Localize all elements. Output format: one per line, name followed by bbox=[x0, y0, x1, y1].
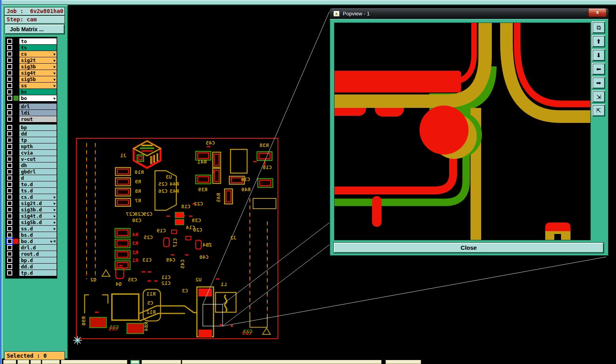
layer-row-ldi[interactable]: ldi bbox=[6, 109, 57, 116]
layer-checkbox[interactable] bbox=[7, 110, 12, 115]
layer-checkbox[interactable] bbox=[7, 188, 12, 193]
layer-row-sig2t[interactable]: sig2t▲ bbox=[6, 57, 57, 63]
layer-checkbox[interactable] bbox=[7, 150, 12, 155]
layer-row-cvia[interactable]: cvia bbox=[6, 149, 57, 156]
layer-checkbox[interactable] bbox=[7, 138, 12, 143]
layer-row-ts.d[interactable]: ts.d bbox=[6, 187, 57, 194]
window-close-button[interactable]: x bbox=[588, 9, 607, 17]
layer-checkbox[interactable] bbox=[7, 64, 12, 69]
pan-up-button[interactable]: ⬆ bbox=[592, 35, 605, 47]
layer-label[interactable]: cs.d▲ bbox=[19, 194, 57, 200]
layer-label[interactable]: sig5b.d▲ bbox=[19, 219, 57, 225]
layer-label[interactable]: sig2t.d▲ bbox=[19, 200, 57, 206]
layer-row-gbdrl[interactable]: gbdrl bbox=[6, 168, 57, 175]
layer-label[interactable]: bp.d bbox=[19, 257, 57, 263]
layer-row-drl[interactable]: drl bbox=[6, 103, 57, 109]
layer-checkbox[interactable] bbox=[7, 264, 12, 269]
layer-label[interactable]: sig4t.d▲ bbox=[19, 213, 57, 219]
layer-checkbox[interactable] bbox=[7, 169, 12, 174]
layer-label[interactable]: rout.d bbox=[19, 251, 57, 257]
layer-label[interactable]: ts bbox=[19, 45, 57, 51]
layer-label[interactable]: ts.d bbox=[19, 188, 57, 194]
layer-row-bp.d[interactable]: bp.d bbox=[6, 257, 57, 263]
layer-row-drl.d[interactable]: drl.d bbox=[6, 244, 57, 251]
layer-row-sig4t[interactable]: sig4t▲ bbox=[6, 70, 57, 76]
layer-row-ss.d[interactable]: ss.d▲ bbox=[6, 225, 57, 232]
layer-label[interactable]: npth bbox=[19, 143, 57, 149]
job-matrix-button[interactable]: Job Matrix ... bbox=[5, 25, 64, 34]
layer-label[interactable]: sig2t▲ bbox=[19, 57, 57, 63]
layer-checkbox[interactable] bbox=[7, 207, 12, 212]
layer-row-to.d[interactable]: to.d bbox=[6, 181, 57, 187]
pan-left-button[interactable]: ⬅ bbox=[592, 63, 605, 75]
layer-checkbox[interactable] bbox=[7, 70, 12, 75]
layer-row-sig3b.d[interactable]: sig3b.d▲ bbox=[6, 206, 57, 213]
layer-label[interactable]: gbdrl bbox=[19, 169, 57, 175]
layer-label[interactable]: dd.d bbox=[19, 264, 57, 270]
layer-label[interactable]: tp.d bbox=[19, 270, 57, 276]
bottom-toolbar-button[interactable] bbox=[3, 360, 16, 364]
layer-checkbox[interactable] bbox=[7, 220, 12, 225]
layer-label[interactable]: ss▲ bbox=[19, 83, 57, 89]
layer-checkbox[interactable] bbox=[7, 51, 12, 57]
layer-label[interactable]: sig5b▲ bbox=[19, 76, 57, 82]
layer-row-tp[interactable]: tp bbox=[6, 137, 57, 143]
layer-label[interactable]: tp bbox=[19, 137, 57, 143]
layer-row-rout[interactable]: rout bbox=[6, 116, 57, 122]
layer-row-ss[interactable]: ss▲ bbox=[6, 82, 57, 89]
new-view-button[interactable]: ⧉ bbox=[592, 21, 605, 34]
zoom-out-button[interactable]: ⇲ bbox=[592, 91, 605, 103]
layer-row-dd.d[interactable]: dd.d bbox=[6, 263, 57, 270]
pan-right-button[interactable]: ➡ bbox=[592, 77, 605, 89]
layer-row-bs[interactable]: bs bbox=[6, 89, 57, 95]
layer-row-bp[interactable]: bp bbox=[6, 124, 57, 130]
layer-checkbox[interactable] bbox=[7, 157, 12, 162]
popview-titlebar[interactable]: x Popview - 1 x bbox=[329, 8, 609, 19]
layer-checkbox[interactable] bbox=[7, 58, 12, 63]
layer-row-to[interactable]: to bbox=[6, 38, 57, 44]
layer-checkbox[interactable] bbox=[7, 251, 12, 256]
pan-down-button[interactable]: ⬇ bbox=[592, 49, 605, 61]
bottom-toolbar-button[interactable] bbox=[130, 360, 140, 364]
layer-checkbox[interactable] bbox=[7, 270, 12, 275]
layer-row-sig2t.d[interactable]: sig2t.d▲ bbox=[6, 200, 57, 206]
layer-label[interactable]: sig4t▲ bbox=[19, 70, 57, 76]
layer-checkbox[interactable] bbox=[7, 89, 12, 94]
layer-label[interactable]: d bbox=[19, 175, 57, 181]
layer-row-sig4t.d[interactable]: sig4t.d▲ bbox=[6, 213, 57, 219]
layer-label[interactable]: bp bbox=[19, 124, 57, 130]
layer-row-tp.d[interactable]: tp.d bbox=[6, 270, 57, 276]
layer-checkbox[interactable] bbox=[7, 194, 12, 200]
layer-label[interactable]: drl bbox=[19, 104, 57, 109]
layer-row-dh[interactable]: dh bbox=[6, 162, 57, 168]
layer-label[interactable]: ldi bbox=[19, 110, 57, 116]
layer-label[interactable]: sig3b▲ bbox=[19, 64, 57, 70]
layer-row-sig3b[interactable]: sig3b▲ bbox=[6, 63, 57, 70]
layer-row-d[interactable]: d bbox=[6, 175, 57, 181]
layer-label[interactable]: dh bbox=[19, 162, 57, 168]
layer-checkbox[interactable] bbox=[7, 213, 12, 219]
layer-row-npth[interactable]: npth bbox=[6, 143, 57, 149]
layer-checkbox[interactable] bbox=[7, 45, 12, 50]
layer-checkbox[interactable] bbox=[7, 83, 12, 88]
layer-row-bs.d[interactable]: bs.d bbox=[6, 232, 57, 238]
layer-row-ts[interactable]: ts bbox=[6, 44, 57, 51]
bottom-toolbar-button[interactable] bbox=[17, 360, 29, 364]
layer-checkbox[interactable] bbox=[7, 182, 12, 187]
layer-label[interactable]: bs bbox=[19, 89, 57, 95]
layer-label[interactable]: cs▲ bbox=[19, 51, 57, 57]
zoom-in-button[interactable]: ⇱ bbox=[592, 104, 605, 117]
layer-checkbox[interactable] bbox=[7, 239, 12, 244]
layer-row-dd[interactable]: dd bbox=[6, 130, 57, 137]
close-button[interactable]: Close bbox=[334, 243, 604, 253]
layer-checkbox[interactable] bbox=[7, 144, 12, 149]
bottom-toolbar-button[interactable] bbox=[30, 360, 41, 364]
layer-label[interactable]: v-cut bbox=[19, 156, 57, 162]
layer-checkbox[interactable] bbox=[7, 258, 12, 263]
layer-label[interactable]: bo.d▲⊞ bbox=[19, 238, 57, 244]
layer-checkbox[interactable] bbox=[7, 175, 12, 181]
layer-row-cs[interactable]: cs▲ bbox=[6, 51, 57, 57]
bottom-toolbar-button[interactable] bbox=[42, 360, 60, 364]
layer-checkbox[interactable] bbox=[7, 245, 12, 250]
layer-checkbox[interactable] bbox=[7, 96, 12, 101]
